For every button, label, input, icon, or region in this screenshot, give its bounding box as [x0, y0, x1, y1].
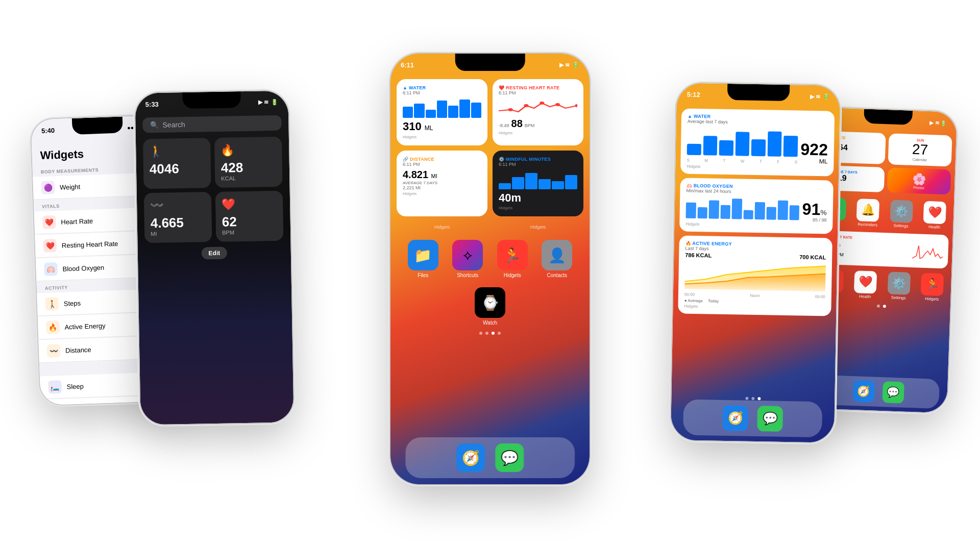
p4-water-bars-wrap: SMTWTFS	[687, 124, 798, 165]
bob-7	[754, 202, 765, 219]
p5-health2-wrap[interactable]: ❤️ Health	[850, 270, 880, 300]
hidgets-app[interactable]: 🏃 Hidgets	[497, 240, 528, 278]
p5-photos-card: 🌸 Photos	[887, 167, 951, 194]
contacts-app[interactable]: 👤 Contacts	[542, 240, 572, 278]
p5-safari-icon[interactable]: 🧭	[852, 380, 874, 402]
mindful-bars	[499, 169, 577, 189]
p5-settings2-label: Settings	[891, 295, 906, 300]
mbar-1	[499, 183, 511, 189]
edit-container: Edit	[137, 240, 291, 265]
messages-dock-icon[interactable]: 💬	[495, 443, 524, 472]
phone-2-status-icons: ▶ ≋ 🔋	[258, 98, 278, 106]
bar-5	[448, 106, 458, 118]
phone-4-screen: 5:12 ▶ ≋ 🔋 ▲ WATER Average last 7 days	[671, 83, 840, 442]
p5-hr-chart	[912, 238, 944, 264]
distance-value: 4.665	[151, 215, 206, 230]
lb-s	[687, 144, 701, 155]
phone-3-time: 6:11	[401, 61, 414, 69]
watch-app[interactable]: ⌚ Watch	[475, 287, 505, 326]
calories-card-icon: 🔥	[220, 143, 276, 157]
active-energy-label: Active Energy	[64, 321, 106, 331]
distance-value: 4.821 MI	[403, 169, 481, 181]
bar-labels: SMTWTFS	[687, 158, 797, 165]
lb-sa	[783, 136, 798, 157]
p4-boxy-source: Hidgets	[685, 222, 826, 229]
contacts-icon: 👤	[542, 240, 572, 270]
p5-health2-icon: ❤️	[854, 270, 877, 294]
p4-water-card: ▲ WATER Average last 7 days	[680, 108, 835, 176]
shortcuts-label: Shortcuts	[457, 272, 478, 278]
svg-point-0	[508, 108, 512, 111]
p4-energy-v2: 700 KCAL	[799, 254, 826, 261]
edit-button[interactable]: Edit	[201, 247, 227, 260]
shortcuts-app[interactable]: ⟡ Shortcuts	[452, 240, 483, 278]
mbar-6	[565, 175, 577, 189]
blood-oxygen-label: Blood Oxygen	[62, 263, 104, 272]
sleep-label: Sleep	[66, 382, 84, 390]
p4-boxy-value-wrap: 91% 85 / 98	[802, 201, 827, 223]
resting-hr-label: Resting Heart Rate	[62, 239, 118, 249]
p5-health-label: Health	[928, 225, 940, 230]
p5-reminders-wrap[interactable]: 🔔 Reminders	[853, 198, 883, 228]
distance-source: Hidgets	[403, 191, 481, 196]
distance-unit: MI	[151, 230, 206, 237]
resting-hr-icon: ❤️	[43, 239, 57, 253]
files-app[interactable]: 📁 Files	[408, 240, 438, 278]
mindful-label: ⚙️ MINDFUL MINUTES	[499, 157, 577, 162]
rhr-value: 88	[511, 118, 523, 130]
shortcuts-icon: ⟡	[452, 240, 483, 270]
p5-messages-icon[interactable]: 💬	[882, 381, 904, 403]
bob-6	[743, 210, 753, 219]
search-placeholder: Search	[162, 120, 185, 129]
health-widgets-area: ▲ WATER Average last 7 days	[673, 83, 840, 321]
p5-reminders-icon: 🔔	[856, 198, 880, 222]
p4-water-value: 922	[800, 141, 828, 158]
dot-3	[492, 332, 495, 335]
p5-health-icon: ❤️	[923, 201, 947, 225]
energy-chart	[684, 261, 826, 292]
sleep-icon: 🛏️	[48, 380, 62, 394]
bpm-value: 62	[222, 214, 277, 229]
bob-2	[697, 207, 707, 219]
bob-4	[720, 205, 730, 219]
files-icon: 📁	[408, 240, 438, 270]
p5-health-wrap[interactable]: ❤️ Health	[920, 201, 950, 230]
phones-container: 5:40 ●●● ▶ 🔋 Widgets BODY MEASUREMENTS 🟣…	[0, 0, 980, 546]
distance-avg-label: AVERAGE 7 DAYS	[403, 181, 481, 185]
phone-3-notch	[455, 54, 525, 71]
p5-settings2-wrap[interactable]: ⚙️ Settings	[884, 271, 914, 301]
phone-2: 5:33 ▶ ≋ 🔋 🔍 Search 🚶 4046 🔥 428 KCAL	[135, 90, 293, 425]
search-bar[interactable]: 🔍 Search	[142, 115, 281, 133]
lb-w	[735, 132, 749, 156]
p4-safari-icon[interactable]: 🧭	[722, 405, 748, 431]
calories-card: 🔥 428 KCAL	[214, 137, 283, 188]
mbar-2	[512, 177, 524, 189]
mbar-4	[538, 179, 551, 189]
mindful-value: 40m	[499, 191, 577, 205]
p4-water-value-wrap: 922 ML	[800, 141, 828, 165]
watch-row: ⌚ Watch	[390, 287, 590, 326]
hidgets-label: Hidgets	[504, 272, 521, 278]
p5-dot-2	[883, 305, 886, 308]
p5-hidgets-wrap[interactable]: 🏃 Hidgets	[917, 272, 947, 302]
phone-2-time: 5:33	[145, 100, 159, 108]
p4-messages-icon[interactable]: 💬	[757, 406, 783, 432]
bar-3	[426, 110, 436, 118]
phone-5-status-icons: ▶ ≋ 🔋	[929, 120, 947, 126]
calories-value: 428	[221, 160, 276, 175]
p4-water-bars	[687, 127, 798, 157]
rhr-source: Hidgets	[499, 131, 577, 135]
hidgets-label-2: Hidgets	[493, 225, 583, 230]
resting-hr-widget: ❤️ RESTING HEART RATE 6:11 PM	[493, 79, 583, 145]
distance-widget: 🔗 DISTANCE 6:11 PM 4.821 MI AVERAGE 7 DA…	[397, 151, 487, 216]
rhr-value-row: -8.49 88 BPM	[499, 118, 577, 130]
p5-settings-wrap[interactable]: ⚙️ Settings	[886, 200, 916, 229]
p5-settings-label: Settings	[894, 223, 909, 228]
lb-f	[767, 131, 781, 157]
phone-3-status-icons: ▶ ≋ 🔋	[559, 62, 579, 68]
phone-4-time: 5:12	[687, 90, 700, 98]
files-label: Files	[418, 272, 428, 278]
bpm-card-icon: ❤️	[222, 197, 277, 211]
bar-7	[471, 103, 481, 118]
safari-dock-icon[interactable]: 🧭	[456, 443, 485, 472]
